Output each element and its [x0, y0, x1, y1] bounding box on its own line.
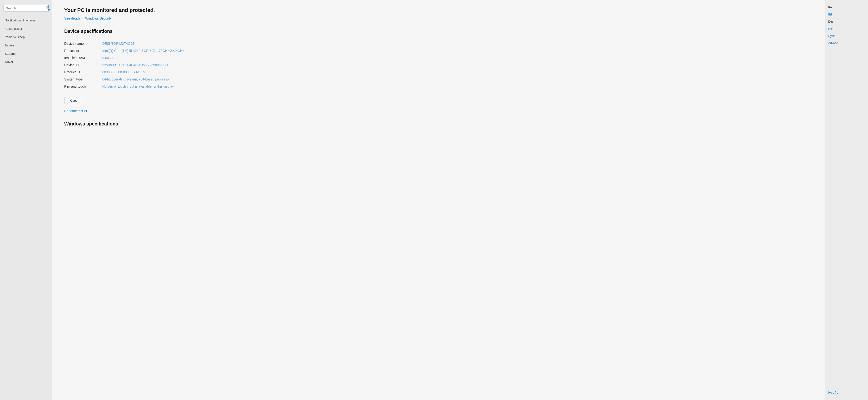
device-specs-title: Device specifications: [64, 29, 813, 34]
spec-value: 625B93B1-D5DD-4C43-AD55-726988556A12: [102, 61, 231, 68]
table-row: Installed RAM8.00 GB: [64, 54, 231, 61]
spec-label: Device ID: [64, 61, 102, 68]
table-row: ProcessorIntel(R) Core(TM) i5-4210U CPU …: [64, 47, 231, 54]
search-icon: 🔍: [46, 6, 50, 10]
sidebar-item-focus-assist[interactable]: Focus assist: [0, 25, 52, 33]
right-panel-item-0: Re: [828, 5, 866, 10]
windows-specs-title: Windows specifications: [64, 121, 813, 127]
search-box[interactable]: 🔍: [4, 5, 49, 11]
windows-security-link[interactable]: See details in Windows Security: [64, 17, 112, 20]
search-input[interactable]: [6, 6, 46, 10]
sidebar-item-power-sleep[interactable]: Power & sleep: [0, 33, 52, 41]
right-panel-link-3[interactable]: Rem: [828, 26, 866, 31]
spec-table: Device nameDESKTOP-M2TAG5JProcessorIntel…: [64, 40, 231, 90]
spec-label: Processor: [64, 47, 102, 54]
sidebar-item-battery[interactable]: Battery: [0, 41, 52, 50]
table-row: System type64-bit operating system, x64-…: [64, 76, 231, 83]
spec-value: Intel(R) Core(TM) i5-4210U CPU @ 1.70GHz…: [102, 47, 231, 54]
table-row: Device nameDESKTOP-M2TAG5J: [64, 40, 231, 47]
table-row: Product ID00330-50000-00000-AAOEM: [64, 68, 231, 76]
copy-button[interactable]: Copy: [64, 97, 83, 104]
sidebar-item-notifications[interactable]: Notifications & actions: [0, 16, 52, 25]
help-link[interactable]: Help fro: [828, 390, 866, 395]
spec-value: 00330-50000-00000-AAOEM: [102, 68, 231, 76]
table-row: Pen and touchNo pen or touch input is av…: [64, 83, 231, 90]
protection-status: Your PC is monitored and protected.: [64, 7, 813, 13]
spec-label: Installed RAM: [64, 54, 102, 61]
right-panel-item-2: Dev: [828, 19, 866, 24]
rename-this-pc-link[interactable]: Rename this PC: [64, 109, 89, 113]
spec-label: Device name: [64, 40, 102, 47]
spec-label: Pen and touch: [64, 83, 102, 90]
right-panel: Re Bri Dev Rem Syste Advanc Help fro: [825, 0, 868, 400]
spec-value: No pen or touch input is available for t…: [102, 83, 231, 90]
right-panel-link-1[interactable]: Bri: [828, 12, 866, 17]
sidebar: 🔍 Notifications & actions Focus assist P…: [0, 0, 52, 400]
right-panel-link-4[interactable]: Syste: [828, 33, 866, 38]
spec-value: DESKTOP-M2TAG5J: [102, 40, 231, 47]
sidebar-item-tablet[interactable]: Tablet: [0, 58, 52, 66]
sidebar-item-storage[interactable]: Storage: [0, 50, 52, 58]
table-row: Device ID625B93B1-D5DD-4C43-AD55-7269885…: [64, 61, 231, 68]
spec-label: Product ID: [64, 68, 102, 76]
spec-value: 8.00 GB: [102, 54, 231, 61]
spec-label: System type: [64, 76, 102, 83]
spec-value: 64-bit operating system, x64-based proce…: [102, 76, 231, 83]
right-panel-link-5[interactable]: Advanc: [828, 40, 866, 46]
main-content: Your PC is monitored and protected. See …: [52, 0, 825, 400]
